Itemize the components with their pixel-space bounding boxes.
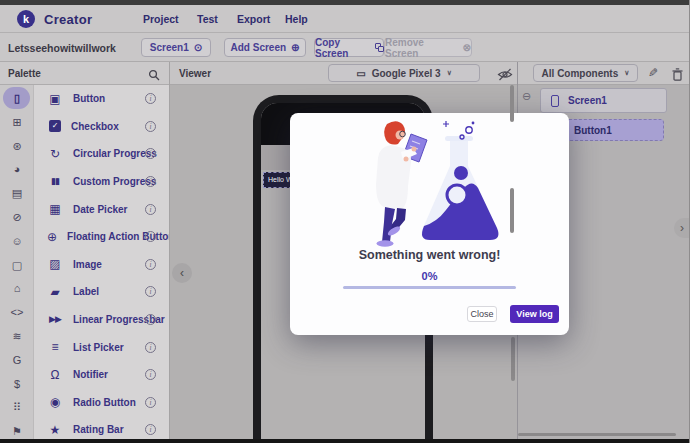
app-logo[interactable]: k: [17, 10, 35, 28]
vertical-scrollbar-thumb[interactable]: [511, 337, 515, 381]
custom-progress-icon: ▮▮: [47, 177, 63, 186]
horizontal-scrollbar-thumb[interactable]: [518, 433, 676, 436]
palette-item-label: Checkbox: [71, 121, 119, 132]
remove-icon: ⊗: [463, 43, 471, 53]
info-icon[interactable]: i: [145, 93, 156, 104]
palette-item-button[interactable]: ▣Buttoni: [35, 85, 169, 113]
category-monetization-icon[interactable]: $: [0, 377, 34, 391]
project-name: Letsseehowitwillwork: [8, 42, 116, 54]
palette-item-label[interactable]: ▰Labeli: [35, 278, 169, 306]
category-maps-icon[interactable]: ▤: [0, 186, 34, 200]
info-icon[interactable]: i: [145, 424, 156, 435]
category-grid-icon[interactable]: ⠿: [0, 400, 34, 414]
palette-title: Palette: [8, 68, 41, 79]
menu-export[interactable]: Export: [237, 13, 270, 25]
pencil-icon[interactable]: ✎: [648, 66, 658, 80]
vertical-scrollbar-thumb[interactable]: [510, 188, 514, 233]
tree-item-screen1[interactable]: Screen1: [540, 88, 667, 113]
app-header: k Creator Project Test Export Help: [0, 5, 690, 33]
palette-item-image[interactable]: ▨Imagei: [35, 251, 169, 279]
palette-item-label: Image: [73, 259, 102, 270]
components-panel-header: All Components ∨ ✎: [518, 62, 690, 85]
phone-icon: [551, 95, 559, 107]
copy-icon: [375, 43, 383, 52]
progress-percentage: 0%: [290, 270, 569, 282]
remove-screen-button[interactable]: Remove Screen ⊗: [384, 38, 472, 57]
category-sensors-icon[interactable]: ⊘: [0, 210, 34, 224]
close-button[interactable]: Close: [467, 306, 497, 322]
category-google-icon[interactable]: G: [0, 353, 34, 367]
chevron-down-icon: ∨: [624, 69, 629, 77]
category-media-icon[interactable]: ⊛: [0, 139, 34, 153]
chevron-down-icon: ∨: [447, 69, 452, 77]
category-layout-icon[interactable]: ⊞: [0, 115, 34, 129]
screen-toolbar: Letsseehowitwillwork Screen1 ⊙ Add Scree…: [0, 33, 690, 62]
palette-item-floating-action-button[interactable]: ⊕Floating Action Buttoni: [35, 223, 169, 251]
collapse-palette-chevron[interactable]: ‹: [172, 263, 192, 283]
info-icon[interactable]: i: [145, 397, 156, 408]
palette-item-label: Radio Button: [73, 397, 136, 408]
palette-header: Palette: [0, 62, 169, 85]
search-icon[interactable]: [148, 67, 160, 85]
palette-component-list: ▣Buttoni✓Checkboxi↻Circular Progressi▮▮C…: [35, 85, 169, 443]
collapse-node-icon[interactable]: ⊖: [522, 90, 531, 103]
radio-button-icon: ◉: [47, 396, 63, 408]
category-code-icon[interactable]: <>: [0, 305, 34, 319]
eye-slash-icon[interactable]: [497, 67, 513, 85]
app-title: Creator: [44, 12, 92, 27]
component-filter-dropdown[interactable]: All Components ∨: [533, 64, 638, 82]
menu-project[interactable]: Project: [143, 13, 179, 25]
menu-help[interactable]: Help: [285, 13, 308, 25]
rating-bar-icon: ★: [47, 424, 63, 436]
palette-item-circular-progress[interactable]: ↻Circular Progressi: [35, 140, 169, 168]
category-flag-icon[interactable]: ⚑: [0, 424, 34, 438]
palette-item-label: List Picker: [73, 342, 124, 353]
category-feed-icon[interactable]: ≋: [0, 329, 34, 343]
add-screen-button[interactable]: Add Screen ⊕: [224, 38, 306, 57]
copy-screen-button[interactable]: Copy Screen: [314, 38, 384, 57]
palette-item-label: Custom Progress: [73, 176, 156, 187]
palette-item-list-picker[interactable]: ≡List Pickeri: [35, 333, 169, 361]
floating-action-button-icon: ⊕: [47, 231, 57, 243]
info-icon[interactable]: i: [145, 342, 156, 353]
category-storage-icon[interactable]: ⌂: [0, 281, 34, 295]
palette-item-label: Notifier: [73, 369, 108, 380]
vertical-scrollbar-thumb[interactable]: [510, 85, 514, 122]
info-icon[interactable]: i: [145, 176, 156, 187]
palette-item-label: Label: [73, 286, 99, 297]
linear-progressbar-icon: ▶▶: [47, 315, 63, 324]
info-icon[interactable]: i: [145, 286, 156, 297]
error-dialog: Something went wrong! 0% Close View log: [290, 113, 569, 335]
category-pages-icon[interactable]: ▢: [0, 258, 34, 272]
info-icon[interactable]: i: [145, 314, 156, 325]
info-icon[interactable]: i: [145, 121, 156, 132]
view-log-button[interactable]: View log: [510, 305, 559, 323]
palette-item-label: Button: [73, 93, 105, 104]
category-social-icon[interactable]: ☺: [0, 234, 34, 248]
palette-item-custom-progress[interactable]: ▮▮Custom Progressi: [35, 168, 169, 196]
info-icon[interactable]: i: [145, 204, 156, 215]
palette-item-radio-button[interactable]: ◉Radio Buttoni: [35, 389, 169, 417]
error-message: Something went wrong!: [290, 248, 569, 262]
palette-item-date-picker[interactable]: ▦Date Pickeri: [35, 195, 169, 223]
palette-item-linear-progressbar[interactable]: ▶▶Linear Progressbari: [35, 306, 169, 334]
menu-test[interactable]: Test: [197, 13, 218, 25]
screen-select-button[interactable]: Screen1 ⊙: [141, 38, 211, 57]
notifier-icon: Ω: [47, 369, 63, 381]
palette-item-label: Rating Bar: [73, 424, 124, 435]
category-drawing-icon[interactable]: ◕: [0, 162, 34, 176]
info-icon[interactable]: i: [145, 369, 156, 380]
palette-item-checkbox[interactable]: ✓Checkboxi: [35, 113, 169, 141]
screen-dropdown-icon: ⊙: [194, 43, 202, 53]
category-display-icon[interactable]: ▯: [0, 91, 34, 105]
trash-icon[interactable]: [672, 67, 683, 85]
device-selector[interactable]: ▭ Google Pixel 3 ∨: [328, 64, 480, 82]
device-icon: ▭: [356, 68, 365, 79]
palette-category-strip: ▯⊞⊛◕▤⊘☺▢⌂<>≋G$⠿⚑: [0, 85, 34, 443]
viewer-header: Viewer ▭ Google Pixel 3 ∨: [170, 62, 517, 85]
info-icon[interactable]: i: [145, 259, 156, 270]
window-top-edge: [0, 0, 690, 5]
palette-item-notifier[interactable]: ΩNotifieri: [35, 361, 169, 389]
button-icon: ▣: [47, 93, 63, 105]
expand-panel-chevron[interactable]: ›: [674, 218, 690, 238]
